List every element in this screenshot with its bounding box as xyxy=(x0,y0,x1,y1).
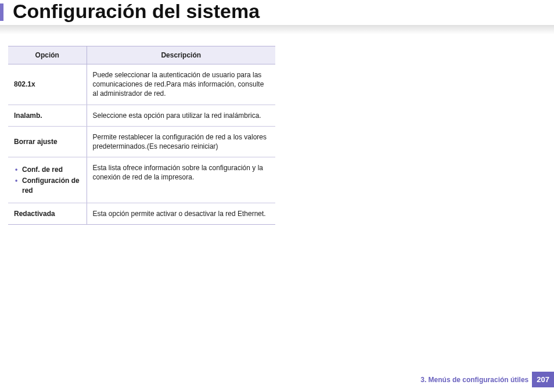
option-cell: Borrar ajuste xyxy=(8,126,87,157)
option-cell: Conf. de red Configuración de red xyxy=(8,157,87,203)
header-description: Descripción xyxy=(87,46,275,64)
table-row: Inalamb. Seleccione esta opción para uti… xyxy=(8,105,275,126)
table-row: Borrar ajuste Permite restablecer la con… xyxy=(8,126,275,157)
page-footer: 3. Menús de configuración útiles 207 xyxy=(420,372,554,387)
title-shadow xyxy=(0,25,554,35)
chapter-label: 3. Menús de configuración útiles xyxy=(420,376,532,384)
title-accent-bar xyxy=(0,3,3,21)
description-cell: Permite restablecer la configuración de … xyxy=(87,126,275,157)
content-area: Opción Descripción 802.1x Puede seleccio… xyxy=(0,35,554,225)
description-cell: Esta opción permite activar o desactivar… xyxy=(87,203,275,224)
options-table: Opción Descripción 802.1x Puede seleccio… xyxy=(8,46,275,225)
description-cell: Puede seleccionar la autenticación de us… xyxy=(87,64,275,105)
header-option: Opción xyxy=(8,46,87,64)
description-cell: Seleccione esta opción para utilizar la … xyxy=(87,105,275,126)
option-list-item: Conf. de red xyxy=(14,165,81,174)
page-title: Configuración del sistema xyxy=(5,0,554,26)
title-bar: Configuración del sistema xyxy=(0,0,554,26)
option-list: Conf. de red Configuración de red xyxy=(14,165,81,195)
page-number-badge: 207 xyxy=(532,372,554,387)
option-cell: Redactivada xyxy=(8,203,87,224)
description-cell: Esta lista ofrece información sobre la c… xyxy=(87,157,275,203)
table-row: Redactivada Esta opción permite activar … xyxy=(8,203,275,224)
table-row: 802.1x Puede seleccionar la autenticació… xyxy=(8,64,275,105)
table-row: Conf. de red Configuración de red Esta l… xyxy=(8,157,275,203)
option-cell: 802.1x xyxy=(8,64,87,105)
option-list-item: Configuración de red xyxy=(14,176,81,195)
document-page: Configuración del sistema Opción Descrip… xyxy=(0,0,554,392)
table-header-row: Opción Descripción xyxy=(8,46,275,64)
option-cell: Inalamb. xyxy=(8,105,87,126)
